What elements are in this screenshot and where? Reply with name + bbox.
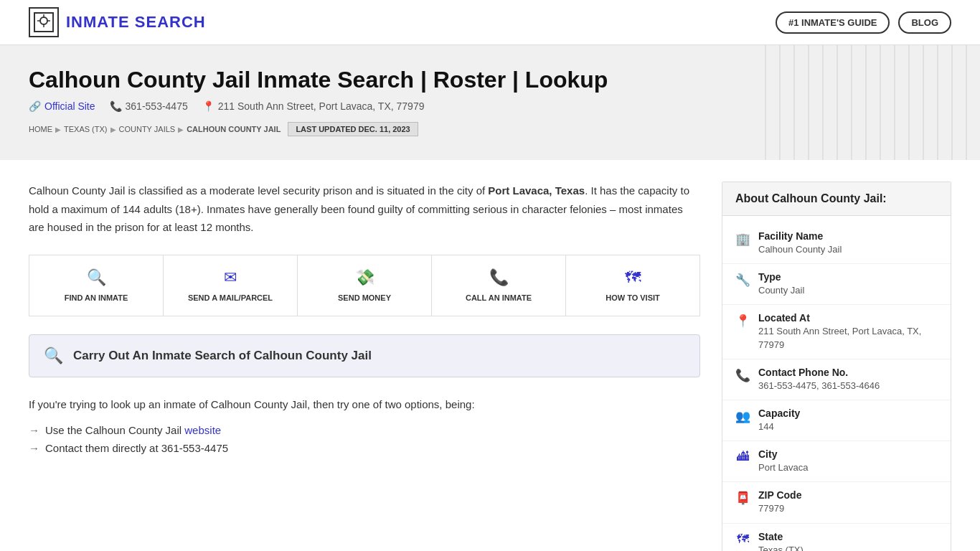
breadcrumb-sep3: ▶ bbox=[178, 126, 184, 133]
sidebar-state: 🗺 State Texas (TX) bbox=[722, 524, 951, 552]
location-icon: 📍 bbox=[202, 100, 215, 112]
website-link[interactable]: website bbox=[184, 424, 221, 436]
phone-number: 361-553-4475 bbox=[126, 100, 188, 112]
logo-icon bbox=[29, 7, 59, 37]
breadcrumb-sep1: ▶ bbox=[55, 126, 61, 133]
phone-icon: 📞 bbox=[110, 100, 122, 112]
search-box[interactable]: 🔍 Carry Out An Inmate Search of Calhoun … bbox=[29, 334, 700, 377]
action-find-inmate[interactable]: 🔍 FIND AN INMATE bbox=[29, 255, 164, 316]
find-inmate-icon: 🔍 bbox=[87, 268, 106, 287]
sidebar-zip: 📮 ZIP Code 77979 bbox=[722, 482, 951, 523]
zip-icon: 📮 bbox=[735, 491, 750, 506]
facility-name-value: Calhoun County Jail bbox=[758, 243, 842, 256]
official-site-anchor[interactable]: Official Site bbox=[44, 100, 95, 112]
breadcrumb: HOME ▶ TEXAS (TX) ▶ COUNTY JAILS ▶ CALHO… bbox=[29, 125, 281, 133]
body-text: If you're trying to look up an inmate of… bbox=[29, 395, 700, 414]
list-item: → Use the Calhoun County Jail website bbox=[29, 424, 700, 436]
located-at-icon: 📍 bbox=[735, 314, 750, 329]
send-mail-label: SEND A MAIL/PARCEL bbox=[188, 293, 273, 303]
logo-area: INMATE SEARCH bbox=[29, 7, 206, 37]
zip-content: ZIP Code 77979 bbox=[758, 489, 801, 515]
list-item: → Contact them directly at 361-553-4475 bbox=[29, 442, 700, 454]
guide-button[interactable]: #1 INMATE'S GUIDE bbox=[776, 11, 890, 34]
sidebar-located-at: 📍 Located At 211 South Ann Street, Port … bbox=[722, 305, 951, 359]
send-mail-icon: ✉ bbox=[224, 268, 237, 287]
hero-section: Calhoun County Jail Inmate Search | Rost… bbox=[0, 45, 980, 160]
action-send-mail[interactable]: ✉ SEND A MAIL/PARCEL bbox=[164, 255, 298, 316]
type-value: County Jail bbox=[758, 284, 804, 297]
main-content: Calhoun County Jail is classified as a m… bbox=[29, 182, 700, 551]
capacity-value: 144 bbox=[758, 420, 800, 433]
breadcrumb-home[interactable]: HOME bbox=[29, 125, 52, 133]
contact-phone-icon: 📞 bbox=[735, 368, 750, 383]
type-label: Type bbox=[758, 271, 804, 283]
sidebar-card-header: About Calhoun County Jail: bbox=[722, 182, 951, 216]
sidebar-type: 🔧 Type County Jail bbox=[722, 264, 951, 305]
facility-name-label: Facility Name bbox=[758, 230, 842, 242]
city-label: City bbox=[758, 448, 808, 460]
description-paragraph: Calhoun County Jail is classified as a m… bbox=[29, 182, 700, 237]
action-how-to-visit[interactable]: 🗺 HOW TO VISIT bbox=[566, 255, 699, 316]
sidebar-city: 🏙 City Port Lavaca bbox=[722, 441, 951, 482]
search-box-icon: 🔍 bbox=[44, 347, 63, 365]
link-list: → Use the Calhoun County Jail website → … bbox=[29, 424, 700, 454]
desc-bold: Port Lavaca, Texas bbox=[488, 184, 585, 197]
sidebar: About Calhoun County Jail: 🏢 Facility Na… bbox=[722, 182, 951, 551]
breadcrumb-county-jails[interactable]: COUNTY JAILS bbox=[119, 125, 176, 133]
state-label: State bbox=[758, 531, 804, 542]
facility-name-icon: 🏢 bbox=[735, 232, 750, 247]
call-inmate-label: CALL AN INMATE bbox=[466, 293, 532, 303]
state-content: State Texas (TX) bbox=[758, 531, 804, 552]
call-inmate-icon: 📞 bbox=[489, 268, 509, 287]
action-call-inmate[interactable]: 📞 CALL AN INMATE bbox=[432, 255, 566, 316]
city-content: City Port Lavaca bbox=[758, 448, 808, 474]
type-content: Type County Jail bbox=[758, 271, 804, 297]
sidebar-card: About Calhoun County Jail: 🏢 Facility Na… bbox=[722, 182, 951, 551]
contact-phone-value: 361-553-4475, 361-553-4646 bbox=[758, 380, 880, 392]
zip-value: 77979 bbox=[758, 502, 801, 515]
find-inmate-label: FIND AN INMATE bbox=[65, 293, 128, 303]
hero-bg-overlay bbox=[765, 45, 980, 160]
how-to-visit-icon: 🗺 bbox=[625, 268, 641, 287]
arrow-icon-2: → bbox=[29, 442, 39, 454]
official-site-link[interactable]: 🔗 Official Site bbox=[29, 100, 95, 112]
zip-label: ZIP Code bbox=[758, 489, 801, 501]
capacity-label: Capacity bbox=[758, 408, 800, 419]
capacity-icon: 👥 bbox=[735, 409, 750, 424]
facility-name-content: Facility Name Calhoun County Jail bbox=[758, 230, 842, 256]
send-money-label: SEND MONEY bbox=[338, 293, 391, 303]
list-item-text-1: Use the Calhoun County Jail website bbox=[45, 424, 221, 436]
breadcrumb-texas[interactable]: TEXAS (TX) bbox=[64, 125, 108, 133]
contact-phone-label: Contact Phone No. bbox=[758, 367, 880, 378]
list-item-text-2: Contact them directly at 361-553-4475 bbox=[45, 442, 228, 454]
desc-text-1: Calhoun County Jail is classified as a m… bbox=[29, 184, 488, 197]
state-value: Texas (TX) bbox=[758, 544, 804, 552]
last-updated-badge: LAST UPDATED DEC. 11, 2023 bbox=[288, 122, 418, 136]
sidebar-capacity: 👥 Capacity 144 bbox=[722, 400, 951, 441]
sidebar-facility-name: 🏢 Facility Name Calhoun County Jail bbox=[722, 223, 951, 264]
phone-meta: 📞 361-553-4475 bbox=[110, 100, 188, 112]
header: INMATE SEARCH #1 INMATE'S GUIDE BLOG bbox=[0, 0, 980, 45]
breadcrumb-sep2: ▶ bbox=[110, 126, 116, 133]
sidebar-contact-phone: 📞 Contact Phone No. 361-553-4475, 361-55… bbox=[722, 359, 951, 400]
state-icon: 🗺 bbox=[735, 532, 750, 547]
main-layout: Calhoun County Jail is classified as a m… bbox=[0, 160, 980, 551]
sidebar-info-list: 🏢 Facility Name Calhoun County Jail 🔧 Ty… bbox=[722, 216, 951, 551]
address-text: 211 South Ann Street, Port Lavaca, TX, 7… bbox=[218, 100, 425, 112]
arrow-icon-1: → bbox=[29, 424, 39, 436]
svg-point-1 bbox=[40, 17, 47, 24]
how-to-visit-label: HOW TO VISIT bbox=[606, 293, 660, 303]
located-at-content: Located At 211 South Ann Street, Port La… bbox=[758, 312, 938, 351]
search-box-text: Carry Out An Inmate Search of Calhoun Co… bbox=[73, 349, 372, 363]
type-icon: 🔧 bbox=[735, 273, 750, 288]
send-money-icon: 💸 bbox=[355, 268, 374, 287]
site-logo-text[interactable]: INMATE SEARCH bbox=[66, 13, 206, 32]
city-icon: 🏙 bbox=[735, 450, 750, 464]
action-grid: 🔍 FIND AN INMATE ✉ SEND A MAIL/PARCEL 💸 … bbox=[29, 255, 700, 316]
blog-button[interactable]: BLOG bbox=[898, 11, 951, 34]
link-icon: 🔗 bbox=[29, 100, 41, 112]
address-meta: 📍 211 South Ann Street, Port Lavaca, TX,… bbox=[202, 100, 425, 112]
action-send-money[interactable]: 💸 SEND MONEY bbox=[298, 255, 432, 316]
located-at-label: Located At bbox=[758, 312, 938, 324]
header-nav: #1 INMATE'S GUIDE BLOG bbox=[776, 11, 951, 34]
